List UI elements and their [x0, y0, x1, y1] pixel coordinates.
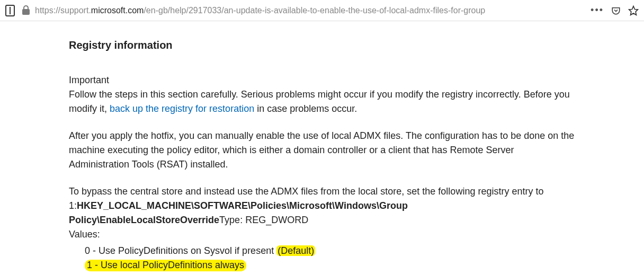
toolbar-right: •••: [591, 5, 639, 16]
url-domain: microsoft.com: [91, 6, 144, 15]
section-heading: Registry information: [69, 37, 575, 53]
url-prefix: https://support.: [35, 6, 91, 15]
backup-registry-link[interactable]: back up the registry for restoration: [110, 103, 254, 114]
svg-marker-0: [629, 6, 638, 15]
hotfix-paragraph: After you apply the hotfix, you can manu…: [69, 129, 575, 172]
value-0-default-highlight: (Default): [276, 245, 315, 256]
pocket-icon[interactable]: [611, 6, 621, 15]
values-list: 0 - Use PolicyDefinitions on Sysvol if p…: [69, 244, 575, 272]
tracking-protection-icon[interactable]: [5, 5, 15, 16]
bookmark-star-icon[interactable]: [628, 5, 639, 16]
important-paragraph: Important Follow the steps in this secti…: [69, 73, 575, 116]
value-0-line: 0 - Use PolicyDefinitions on Sysvol if p…: [85, 244, 575, 258]
value-1-highlight: 1 - Use local PolicyDefinitions always: [85, 260, 246, 271]
warning-text-after: in case problems occur.: [254, 103, 357, 114]
article-body: Registry information Important Follow th…: [0, 21, 644, 274]
type-line: Type: REG_DWORD: [219, 215, 308, 225]
value-1-line: 1 - Use local PolicyDefinitions always: [85, 258, 575, 272]
url-path: /en-gb/help/2917033/an-update-is-availab…: [144, 6, 485, 15]
important-label: Important: [69, 75, 109, 85]
address-bar[interactable]: https://support.microsoft.com/en-gb/help…: [35, 6, 585, 15]
lock-icon[interactable]: [22, 9, 30, 15]
value-0-text: 0 - Use PolicyDefinitions on Sysvol if p…: [85, 245, 276, 256]
browser-toolbar: https://support.microsoft.com/en-gb/help…: [0, 0, 644, 21]
registry-instruction-paragraph: To bypass the central store and instead …: [69, 184, 575, 242]
page-actions-icon[interactable]: •••: [591, 5, 604, 16]
values-label: Values:: [69, 229, 100, 240]
